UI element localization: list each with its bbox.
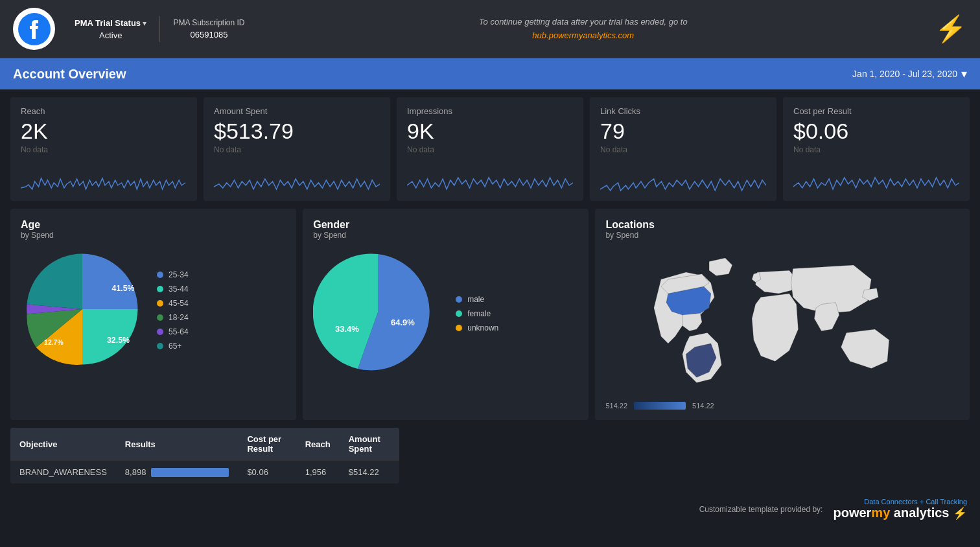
link-clicks-sub: No data	[600, 145, 766, 154]
age-pie-svg: 41.5% 32.5% 12.7%	[21, 248, 144, 373]
facebook-logo	[13, 8, 55, 50]
table-section: Objective Results Cost per Result Reach …	[0, 428, 980, 491]
footer-customizable-text: Customizable template provided by:	[699, 505, 823, 514]
results-progress-bar	[151, 468, 229, 477]
gender-legend-female: female	[456, 309, 498, 318]
cell-amount-spent: $514.22	[340, 461, 399, 484]
call-tracking-link[interactable]: Call Tracking	[926, 498, 967, 506]
cell-results: 8,898	[116, 461, 239, 484]
footer-brand: Data Connectors + Call Tracking powermy …	[833, 498, 967, 520]
gender-dot-male	[456, 296, 462, 303]
table-row: BRAND_AWARENESS 8,898 $0.06 1,956 $514.2…	[10, 461, 399, 484]
age-chart: Age by Spend 41.5%	[10, 209, 296, 420]
table-header-row: Objective Results Cost per Result Reach …	[10, 428, 399, 461]
gender-chart-subtitle: by Spend	[313, 231, 578, 240]
subscription-id: PMA Subscription ID 06591085	[173, 18, 244, 40]
map-legend-max: 514.22	[692, 402, 714, 410]
trial-status: PMA Trial Status ▾ Active	[75, 18, 146, 40]
gender-legend-unknown: unknown	[456, 323, 498, 332]
svg-text:12.7%: 12.7%	[44, 339, 64, 346]
hub-link[interactable]: hub.powermyanalytics.com	[532, 30, 634, 40]
svg-text:32.5%: 32.5%	[107, 336, 130, 345]
map-legend-min: 514.22	[605, 402, 627, 410]
subscription-id-value: 06591085	[191, 30, 228, 40]
locations-chart: Locations by Spend	[595, 209, 970, 420]
metric-reach: Reach 2K No data	[10, 97, 197, 201]
gender-dot-unknown	[456, 325, 462, 331]
amount-spent-label: Amount Spent	[214, 106, 380, 116]
reach-label: Reach	[21, 106, 187, 116]
footer-links: Data Connectors + Call Tracking	[864, 498, 967, 506]
brand-analytics: analytics	[894, 506, 950, 520]
account-overview-title: Account Overview	[13, 67, 126, 82]
cell-objective: BRAND_AWARENESS	[10, 461, 116, 484]
age-legend: 25-34 35-44 45-54 18-24 55-64	[157, 270, 189, 351]
header: PMA Trial Status ▾ Active PMA Subscripti…	[0, 0, 980, 58]
brand-name: powermy analytics ⚡	[833, 506, 967, 520]
footer: Customizable template provided by: Data …	[0, 491, 980, 527]
cost-per-result-label: Cost per Result	[793, 106, 959, 116]
map-legend-bar	[634, 402, 686, 410]
age-legend-25-34: 25-34	[157, 270, 189, 279]
footer-lightning: ⚡	[953, 507, 967, 520]
metrics-row: Reach 2K No data Amount Spent $513.79 No…	[0, 89, 980, 209]
age-legend-35-44: 35-44	[157, 285, 189, 294]
results-with-bar: 8,898	[125, 467, 229, 477]
age-dot-55-64	[157, 329, 163, 335]
cost-per-result-sparkline	[793, 159, 959, 194]
trial-status-label: PMA Trial Status ▾	[75, 18, 146, 28]
gender-dot-female	[456, 310, 462, 317]
map-legend: 514.22 514.22	[605, 402, 959, 410]
trial-notice: To continue getting data after your tria…	[245, 16, 922, 43]
col-objective: Objective	[10, 428, 116, 461]
gender-chart-title: Gender	[313, 219, 578, 231]
data-connectors-link[interactable]: Data Connectors	[864, 498, 918, 506]
account-bar: Account Overview Jan 1, 2020 - Jul 23, 2…	[0, 58, 980, 89]
lightning-icon: ⚡	[935, 14, 967, 44]
cell-cost-per-result: $0.06	[238, 461, 296, 484]
cell-reach: 1,956	[296, 461, 340, 484]
brand-my: my	[871, 506, 890, 520]
col-cost-per-result: Cost per Result	[238, 428, 296, 461]
age-pie-area: 41.5% 32.5% 12.7% 25-34 35-44 45-54	[21, 248, 286, 373]
link-clicks-label: Link Clicks	[600, 106, 766, 116]
link-clicks-value: 79	[600, 119, 766, 144]
age-legend-45-54: 45-54	[157, 299, 189, 308]
subscription-id-label: PMA Subscription ID	[173, 18, 244, 27]
gender-pie-area: 64.9% 33.4% male female unknown	[313, 248, 578, 380]
age-legend-65plus: 65+	[157, 342, 189, 351]
objectives-table: Objective Results Cost per Result Reach …	[10, 428, 399, 483]
svg-text:41.5%: 41.5%	[112, 284, 135, 293]
date-dropdown-arrow[interactable]: ▾	[961, 67, 967, 81]
impressions-label: Impressions	[407, 106, 573, 116]
svg-text:33.4%: 33.4%	[335, 324, 359, 334]
gender-pie-svg: 64.9% 33.4%	[313, 248, 443, 380]
impressions-sparkline	[407, 159, 573, 194]
age-dot-35-44	[157, 286, 163, 292]
reach-value: 2K	[21, 119, 187, 144]
reach-sparkline	[21, 159, 187, 194]
trial-status-value: Active	[99, 30, 122, 40]
reach-sub: No data	[21, 145, 187, 154]
metric-amount-spent: Amount Spent $513.79 No data	[204, 97, 390, 201]
metric-link-clicks: Link Clicks 79 No data	[590, 97, 776, 201]
date-range[interactable]: Jan 1, 2020 - Jul 23, 2020 ▾	[852, 67, 967, 81]
age-dot-65plus	[157, 343, 163, 349]
cost-per-result-sub: No data	[793, 145, 959, 154]
charts-section: Age by Spend 41.5%	[0, 209, 980, 428]
locations-chart-subtitle: by Spend	[605, 231, 959, 240]
amount-spent-sub: No data	[214, 145, 380, 154]
gender-legend-male: male	[456, 295, 498, 304]
age-chart-subtitle: by Spend	[21, 231, 286, 240]
footer-plus: +	[920, 498, 924, 506]
brand-power: power	[833, 506, 871, 520]
metric-cost-per-result: Cost per Result $0.06 No data	[783, 97, 970, 201]
age-dot-25-34	[157, 272, 163, 278]
age-chart-title: Age	[21, 219, 286, 231]
age-legend-18-24: 18-24	[157, 313, 189, 322]
col-amount-spent: Amount Spent	[340, 428, 399, 461]
col-results: Results	[116, 428, 239, 461]
age-dot-45-54	[157, 300, 163, 307]
impressions-sub: No data	[407, 145, 573, 154]
age-dot-18-24	[157, 314, 163, 321]
